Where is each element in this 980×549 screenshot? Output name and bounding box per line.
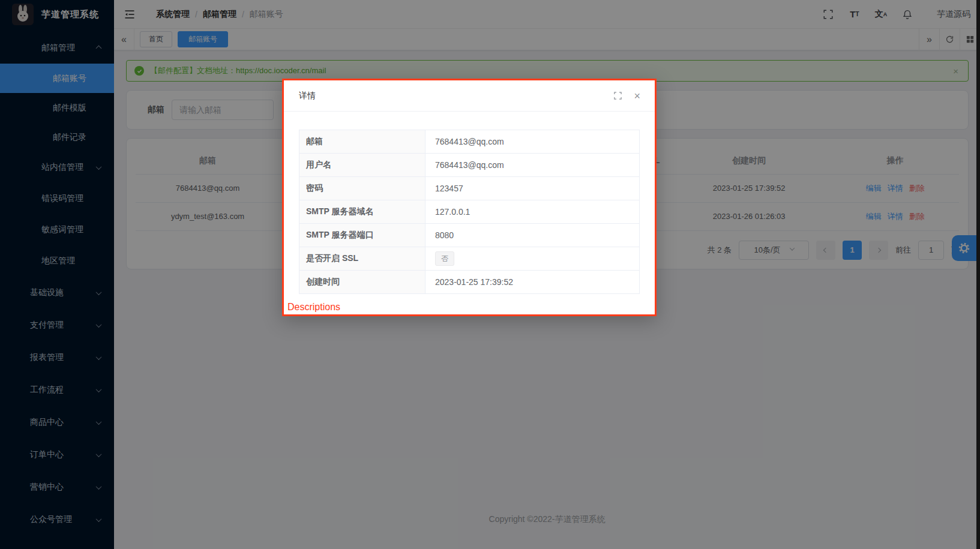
desc-row: 用户名7684413@qq.com: [299, 154, 640, 177]
desc-value: 否: [425, 247, 640, 271]
annotation-label: Descriptions: [287, 302, 340, 313]
detail-modal: 详情 × 邮箱7684413@qq.com 用户名7684413@qq.com …: [282, 79, 657, 316]
desc-label: 邮箱: [299, 130, 425, 154]
desc-value: 123457: [425, 177, 640, 200]
desc-value: 7684413@qq.com: [425, 130, 640, 154]
modal-header: 详情 ×: [284, 80, 655, 112]
desc-label: 是否开启 SSL: [299, 247, 425, 271]
desc-value: 127.0.0.1: [425, 200, 640, 224]
desc-value: 8080: [425, 224, 640, 247]
desc-label: 密码: [299, 177, 425, 200]
ssl-tag: 否: [435, 251, 454, 266]
desc-row: 邮箱7684413@qq.com: [299, 130, 640, 154]
desc-label: 创建时间: [299, 271, 425, 294]
modal-fullscreen-icon[interactable]: [613, 91, 622, 100]
desc-row: 密码123457: [299, 177, 640, 200]
window-edge-strip: [976, 0, 980, 549]
desc-row: 是否开启 SSL否: [299, 247, 640, 271]
modal-title: 详情: [299, 91, 316, 101]
desc-row: 创建时间2023-01-25 17:39:52: [299, 271, 640, 294]
desc-label: SMTP 服务器域名: [299, 200, 425, 224]
desc-row: SMTP 服务器域名127.0.0.1: [299, 200, 640, 224]
desc-label: SMTP 服务器端口: [299, 224, 425, 247]
desc-value: 2023-01-25 17:39:52: [425, 271, 640, 294]
desc-value: 7684413@qq.com: [425, 154, 640, 177]
descriptions-table: 邮箱7684413@qq.com 用户名7684413@qq.com 密码123…: [299, 130, 640, 294]
modal-close-icon[interactable]: ×: [634, 91, 640, 101]
modal-body: 邮箱7684413@qq.com 用户名7684413@qq.com 密码123…: [284, 112, 655, 294]
desc-row: SMTP 服务器端口8080: [299, 224, 640, 247]
desc-label: 用户名: [299, 154, 425, 177]
